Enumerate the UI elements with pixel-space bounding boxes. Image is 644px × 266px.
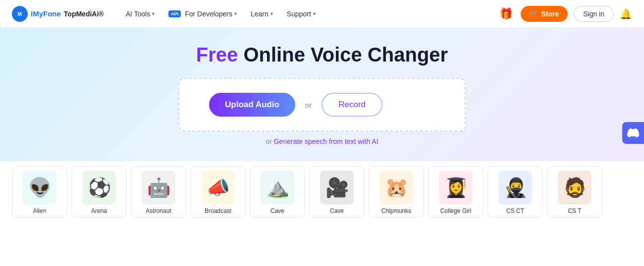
cave2-icon: 🎥 <box>320 171 354 204</box>
nav-links: AI Tools ▾ API For Developers ▾ Learn ▾ … <box>120 7 497 21</box>
bell-icon[interactable]: 🔔 <box>620 8 632 20</box>
generate-speech-link[interactable]: Generate speech from text with AI <box>274 137 378 145</box>
logo[interactable]: M iMyFone TopMediAi® <box>12 6 104 22</box>
voice-card-college-girl[interactable]: 👩‍🎓College Girl <box>428 166 483 218</box>
nav-learn[interactable]: Learn ▾ <box>245 7 279 21</box>
cave1-icon: ⛰️ <box>261 171 294 204</box>
voice-card-astronaut[interactable]: 🤖Astronaut <box>131 166 186 218</box>
voice-card-label: Astronaut <box>146 207 171 214</box>
upload-audio-button[interactable]: Upload Audio <box>209 93 295 117</box>
title-free-word: Free <box>196 44 238 66</box>
voice-card-cave1[interactable]: ⛰️Cave <box>250 166 305 218</box>
generate-prefix: or <box>266 137 273 145</box>
voice-card-label: Arena <box>91 207 107 214</box>
logo-badge: M <box>12 6 28 22</box>
store-button[interactable]: 🛒 Store <box>521 6 568 22</box>
cst-icon: 🧔 <box>558 171 591 204</box>
voice-card-label: Alien <box>33 207 47 214</box>
brand-name: iMyFone <box>31 9 61 18</box>
title-rest: Online Voice Changer <box>238 44 448 66</box>
chevron-down-icon: ▾ <box>152 11 155 16</box>
generate-link-area: or Generate speech from text with AI <box>266 137 378 145</box>
nav-ai-tools[interactable]: AI Tools ▾ <box>120 7 161 21</box>
college-girl-icon: 👩‍🎓 <box>439 171 473 204</box>
voice-card-alien[interactable]: 👽Alien <box>12 166 67 218</box>
gift-icon[interactable]: 🎁 <box>497 5 515 23</box>
svg-text:M: M <box>18 11 22 17</box>
chevron-down-icon-3: ▾ <box>270 11 273 16</box>
nav-right: 🎁 🛒 Store Sign in 🔔 <box>497 5 632 23</box>
or-separator: or <box>305 101 312 109</box>
store-label: Store <box>541 10 559 18</box>
voice-card-label: CS CT <box>506 207 524 214</box>
voice-card-arena[interactable]: ⚽Arena <box>71 166 127 218</box>
api-badge: API <box>168 10 181 17</box>
product-name: TopMediAi® <box>64 10 104 18</box>
voice-card-label: Chipmunks <box>381 207 411 214</box>
voice-card-cave2[interactable]: 🎥Cave <box>309 166 365 218</box>
voice-card-broadcast[interactable]: 📣Broadcast <box>190 166 246 218</box>
astronaut-icon: 🤖 <box>142 171 175 204</box>
discord-button[interactable] <box>622 122 644 144</box>
chipmunks-icon: 🐹 <box>379 171 413 204</box>
voice-card-label: College Girl <box>440 207 472 214</box>
nav-learn-label: Learn <box>251 10 268 18</box>
nav-for-developers[interactable]: API For Developers ▾ <box>162 7 243 21</box>
hero-section: Free Online Voice Changer Upload Audio o… <box>0 28 644 161</box>
voice-card-label: Cave <box>330 207 344 214</box>
chevron-down-icon-2: ▾ <box>234 11 237 16</box>
arena-icon: ⚽ <box>82 171 116 204</box>
page-title: Free Online Voice Changer <box>196 44 448 66</box>
nav-support-label: Support <box>287 10 311 18</box>
chevron-down-icon-4: ▾ <box>313 11 316 16</box>
voice-card-label: Cave <box>270 207 284 214</box>
voice-cards-container: 👽Alien⚽Arena🤖Astronaut📣Broadcast⛰️Cave🎥C… <box>0 161 644 218</box>
signin-button[interactable]: Sign in <box>574 6 614 22</box>
csct-icon: 🥷 <box>498 171 532 204</box>
upload-box: Upload Audio or Record <box>178 78 466 132</box>
alien-icon: 👽 <box>23 171 56 204</box>
voice-card-csct[interactable]: 🥷CS CT <box>487 166 543 218</box>
broadcast-icon: 📣 <box>201 171 235 204</box>
voice-card-label: CS T <box>568 207 581 214</box>
record-button[interactable]: Record <box>322 93 382 117</box>
navbar: M iMyFone TopMediAi® AI Tools ▾ API For … <box>0 0 644 28</box>
voice-card-cst[interactable]: 🧔CS T <box>547 166 602 218</box>
nav-ai-tools-label: AI Tools <box>126 10 151 18</box>
voice-card-chipmunks[interactable]: 🐹Chipmunks <box>369 166 424 218</box>
nav-for-developers-label: For Developers <box>185 10 232 18</box>
nav-support[interactable]: Support ▾ <box>281 7 322 21</box>
cart-icon: 🛒 <box>530 10 538 18</box>
voice-card-label: Broadcast <box>205 207 231 214</box>
